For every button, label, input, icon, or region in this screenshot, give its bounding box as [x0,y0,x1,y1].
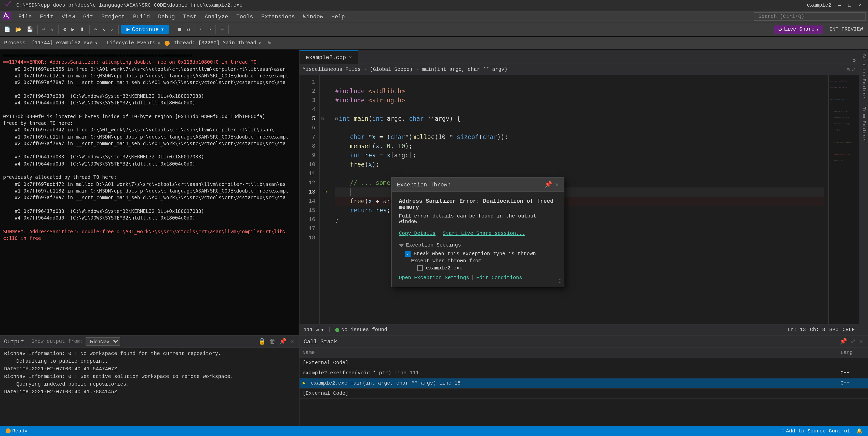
git-source-control[interactable]: ⊕ Add to Source Control [780,428,852,434]
edit-conditions-link[interactable]: Edit Conditions [476,275,522,281]
menu-tools[interactable]: Tools [232,12,257,21]
gutter-space [320,215,331,224]
process-selector[interactable]: Process: [11744] example2.exe ▾ [4,40,98,46]
team-explorer-icon[interactable]: Team Explorer [860,105,867,145]
breadcrumb-files[interactable]: Miscellaneous Files [303,67,361,72]
menu-debug[interactable]: Debug [154,12,179,21]
menu-test[interactable]: Test [179,12,201,21]
new-file-button[interactable]: 📄 [2,24,12,35]
live-share-button[interactable]: ⟳ Live Share ▾ [774,25,823,33]
menu-help[interactable]: Help [327,12,349,21]
copy-details-link[interactable]: Copy Details [399,231,436,236]
continue-button[interactable]: ▶ Continue ▾ [121,25,169,34]
break-exception-checkbox[interactable] [405,251,410,257]
dialog-header: Exception Thrown 📌 ✕ [392,178,564,192]
lifecycle-selector[interactable]: Lifecycle Events ▾ [106,40,160,46]
open-settings-link[interactable]: Open Exception Settings [399,275,469,281]
code-line-1 [335,77,824,87]
toolbar-nav-fwd[interactable]: → [206,24,213,35]
toolbar-btn-4[interactable]: ⏸ [78,24,87,35]
status-ready[interactable]: Ready [4,428,29,434]
callstack-pin-icon[interactable]: 📌 [838,337,848,346]
toolbar-btn-3[interactable]: ▶ [69,24,76,35]
dialog-pin-button[interactable]: 📌 [545,181,552,188]
notification-icon[interactable]: 🔔 [855,428,864,434]
toolbar-nav-back[interactable]: ← [198,24,205,35]
output-pin-icon[interactable]: 📌 [278,337,288,346]
breadcrumb-scope[interactable]: (Global Scope) [370,67,413,72]
fold-icon[interactable]: ⊟ [321,116,324,122]
callstack-table: Name Lang [External Code] example2.exe!f… [300,348,868,399]
editor-area: example2.cpp ✕ ⚙ Miscellaneous Files › (… [300,50,859,335]
editor-tab-example2[interactable]: example2.cpp ✕ [300,51,358,64]
terminal-line: ========================================… [3,52,296,59]
step-over-button[interactable]: ↷ [92,24,99,35]
menu-file[interactable]: File [14,12,36,21]
menu-project[interactable]: Project [97,12,129,21]
save-button[interactable]: 💾 [25,24,35,35]
toolbar-restart-btn[interactable]: ↺ [185,24,192,35]
attach-button[interactable]: ⚙ [61,24,68,35]
gutter-space [320,206,331,215]
toolbar-debug-btn[interactable]: ⏹ [175,24,184,35]
step-into-button[interactable]: ↘ [100,24,107,35]
close-button[interactable]: ✕ [856,1,864,9]
thread-dropdown-icon: ▾ [258,40,261,46]
menu-analyze[interactable]: Analyze [200,12,232,21]
expand-arrow[interactable] [399,244,404,247]
undo-button[interactable]: ↩ [40,24,48,35]
step-out-button[interactable]: ↗ [108,24,116,35]
expand-editor-icon[interactable]: ⤢ [852,66,856,72]
status-right-items: ⊕ Add to Source Control 🔔 [780,428,864,434]
inline-fold-icon[interactable]: ⊟ [335,114,338,123]
lifecycle-dropdown-icon: ▾ [157,40,160,46]
thread-selector[interactable]: Thread: [32260] Main Thread ▾ [174,40,261,46]
callstack-row[interactable]: [External Code] [300,358,868,368]
menu-git[interactable]: Git [79,12,97,21]
minimize-button[interactable]: — [835,1,843,9]
search-input[interactable]: Search (Ctrl+Q) [754,12,866,21]
output-line: RichNav Information: 0 : Set active solu… [4,373,295,380]
callstack-row-active[interactable]: ▶ example2.exe!main(int argc, char ** ar… [300,378,868,388]
line-num: 15 [300,206,315,215]
open-file-button[interactable]: 📂 [13,24,24,35]
line-num: 12 [300,178,315,187]
output-close-icon[interactable]: ✕ [289,337,295,346]
settings-icon[interactable]: ⚙ [849,57,859,64]
menu-extensions[interactable]: Extensions [257,12,299,21]
menu-build[interactable]: Build [129,12,154,21]
dialog-resize-handle[interactable]: ⠿ [558,279,562,285]
output-line: RichNav Information: 0 : No workspace fo… [4,350,295,357]
output-scroll-lock-icon[interactable]: 🔒 [257,337,267,346]
tab-close-button[interactable]: ✕ [349,55,352,60]
output-source-dropdown[interactable]: RichNav [85,337,120,346]
maximize-button[interactable]: □ [845,1,854,9]
menu-view[interactable]: View [58,12,79,21]
solution-explorer-icon[interactable]: Solution Explorer [860,52,867,103]
continue-play-icon: ▶ [126,26,130,33]
output-clear-icon[interactable]: 🗑 [269,337,277,346]
callstack-header-row: Name Lang [300,348,868,358]
output-panel-header: Output Show output from: RichNav 🔒 🗑 📌 ✕ [0,336,299,348]
dialog-close-button[interactable]: ✕ [555,181,559,188]
callstack-expand-icon[interactable]: ⤢ [850,337,857,346]
terminal-line: #1 0x7ff697ab1216 in main C:\MSDN\cpp-do… [3,72,296,79]
menu-edit[interactable]: Edit [36,12,58,21]
spc-label: SPC [829,327,838,333]
terminal-line: SUMMARY: AddressSanitizer: double-free D… [3,228,296,235]
redo-button[interactable]: ↪ [49,24,56,35]
example2-checkbox[interactable] [417,266,423,271]
callstack-row[interactable]: [External Code] [300,388,868,399]
toolbar-thread-btn[interactable]: ≡ [219,24,226,35]
callstack-row[interactable]: example2.exe!free(void * ptr) Line 111 C… [300,368,868,378]
line-num: 7 [300,132,315,142]
code-line-11 [335,169,824,178]
zoom-level[interactable]: 111 % [304,327,319,333]
callstack-lang [837,388,868,399]
breadcrumb-function[interactable]: main(int argc, char ** argv) [422,67,507,72]
active-row-icon: ▶ [303,380,306,386]
menu-window[interactable]: Window [299,12,327,21]
callstack-close-icon[interactable]: ✕ [858,337,864,346]
live-share-link[interactable]: Start Live Share session... [443,231,525,236]
split-editor-icon[interactable]: ⊞ [847,66,850,72]
